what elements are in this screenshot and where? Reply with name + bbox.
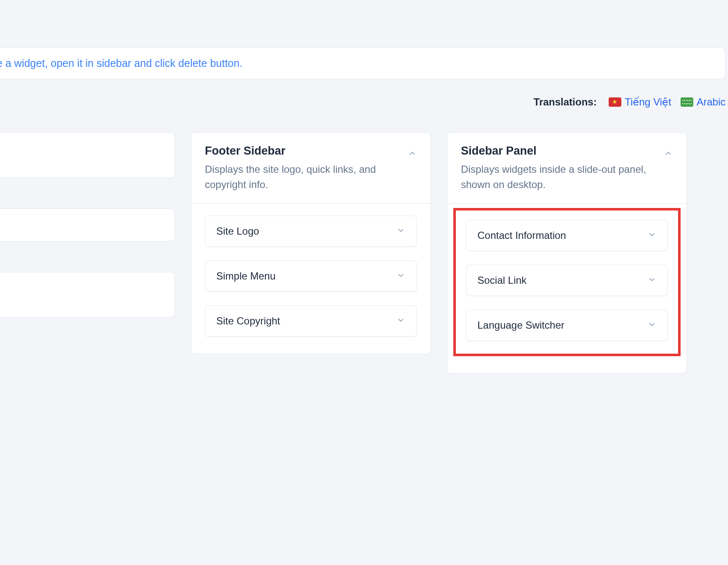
lang-label: Tiếng Việt [625,96,671,108]
widget-simple-menu[interactable]: Simple Menu [205,260,417,292]
info-banner: o deactivate a widget, open it in sideba… [0,47,725,79]
clipped-desc-3: go. [0,324,175,336]
clipped-desc-1: r HTML. [0,185,175,197]
sidebar-panel-body: Contact Information Social Link Language… [447,204,687,373]
card-description: Displays the site logo, quick links, and… [205,162,401,192]
widget-label: Site Logo [216,225,259,237]
translations-row: Translations: Tiếng Việt Arabic [0,96,725,108]
chevron-down-icon [647,320,656,331]
widget-label: Social Link [477,274,527,286]
widget-label: Site Copyright [216,315,280,327]
footer-sidebar-header[interactable]: Footer Sidebar Displays the site logo, q… [191,133,430,204]
widget-label: Contact Information [477,230,566,241]
widget-social-link[interactable]: Social Link [466,265,668,296]
chevron-down-icon [396,316,405,327]
chevron-down-icon [647,230,656,241]
sidebar-panel-card: Sidebar Panel Displays widgets inside a … [447,132,687,374]
widget-label: Simple Menu [216,270,276,282]
info-banner-text: o deactivate a widget, open it in sideba… [0,57,243,69]
widget-site-logo[interactable]: Site Logo [205,216,417,247]
flag-vietnam-icon [609,97,621,107]
widget-site-copyright[interactable]: Site Copyright [205,305,417,337]
chevron-down-icon [396,271,405,282]
widget-contact-information[interactable]: Contact Information [466,220,668,251]
footer-sidebar-body: Site Logo Simple Menu Site Copyright [191,204,430,354]
highlight-box: Contact Information Social Link Language… [453,208,681,356]
lang-link-vietnamese[interactable]: Tiếng Việt [609,96,671,108]
card-title: Sidebar Panel [461,144,657,158]
clipped-desc-2: ge switcher. [0,248,175,260]
chevron-down-icon [647,275,656,286]
lang-label: Arabic [697,96,725,108]
clipped-card-1 [0,132,175,178]
sidebar-panel-header[interactable]: Sidebar Panel Displays widgets inside a … [447,133,687,204]
clipped-card-3 [0,272,175,318]
chevron-up-icon[interactable] [664,149,673,160]
clipped-card-2[interactable]: Switcher [0,208,175,241]
footer-sidebar-card: Footer Sidebar Displays the site logo, q… [191,132,431,354]
chevron-up-icon[interactable] [408,149,417,160]
card-title: Footer Sidebar [205,144,401,158]
widget-label: Language Switcher [477,319,564,331]
left-clipped-column: r HTML. Switcher ge switcher. go. [0,132,175,336]
translations-label: Translations: [534,96,597,108]
flag-saudi-icon [681,97,693,107]
widget-columns: r HTML. Switcher ge switcher. go. Footer… [0,132,687,374]
card-description: Displays widgets inside a slide-out pane… [461,162,657,192]
chevron-down-icon [396,226,405,237]
lang-link-arabic[interactable]: Arabic [681,96,725,108]
widget-language-switcher[interactable]: Language Switcher [466,310,668,341]
